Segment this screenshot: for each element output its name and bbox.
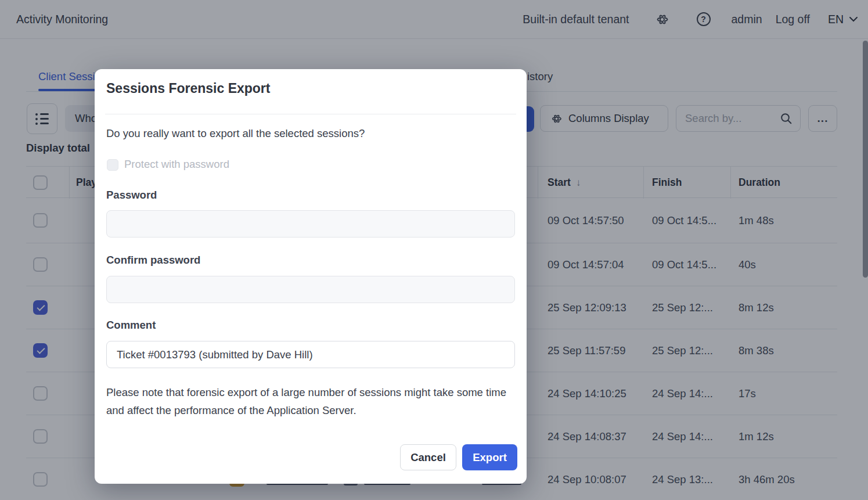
comment-label: Comment bbox=[106, 319, 156, 332]
protect-with-password-checkbox bbox=[107, 159, 118, 171]
app-root: Activity Monitoring Built-in default ten… bbox=[0, 0, 868, 500]
modal-note-text: Please note that forensic export of a la… bbox=[106, 383, 513, 419]
modal-title: Sessions Forensic Export bbox=[106, 81, 270, 96]
forensic-export-modal: Sessions Forensic Export Do you really w… bbox=[95, 69, 527, 484]
password-label: Password bbox=[106, 189, 157, 202]
confirm-password-label: Confirm password bbox=[106, 254, 200, 267]
modal-question-text: Do you really want to export all the sel… bbox=[106, 127, 365, 140]
cancel-button[interactable]: Cancel bbox=[400, 444, 456, 470]
password-field bbox=[106, 210, 515, 238]
confirm-password-field bbox=[106, 276, 515, 303]
export-button[interactable]: Export bbox=[462, 444, 517, 470]
comment-field[interactable] bbox=[106, 341, 515, 368]
protect-with-password-label: Protect with password bbox=[124, 158, 229, 171]
modal-title-divider bbox=[105, 114, 516, 114]
